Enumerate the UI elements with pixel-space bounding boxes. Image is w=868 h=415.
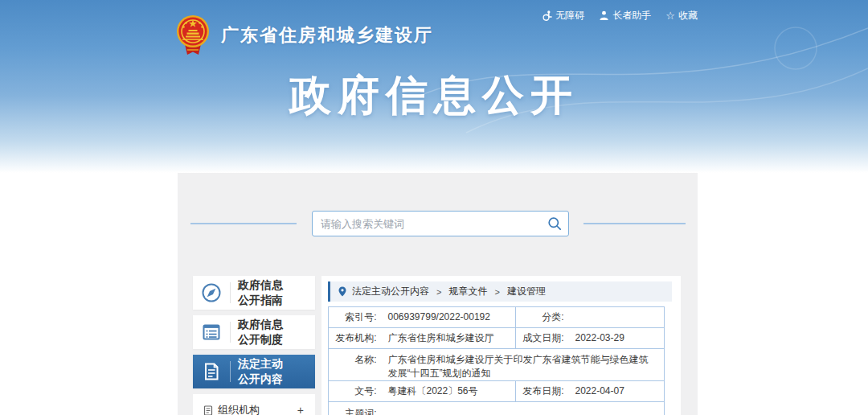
page-icon	[203, 405, 213, 415]
category-label: 分类:	[516, 307, 569, 328]
document-detail-table: 索引号: 006939799/2022-00192 分类: 发布机构: 广东省住…	[328, 306, 665, 415]
subitem-label: 组织机构	[218, 403, 260, 415]
table-row-agency: 发布机构: 广东省住房和城乡建设厅 成文日期: 2022-03-29	[329, 328, 665, 349]
site-brand[interactable]: 广东省住房和城乡建设厅	[175, 14, 433, 56]
expand-plus-icon[interactable]: +	[297, 404, 304, 415]
name-label: 名称:	[329, 349, 382, 381]
search-input[interactable]	[313, 212, 541, 236]
breadcrumb-item-statutory[interactable]: 法定主动公开内容	[352, 285, 429, 298]
sidebar-item-label: 法定主动 公开内容	[231, 356, 283, 387]
breadcrumb-separator: >	[436, 287, 441, 297]
favorite-link[interactable]: ☆ 收藏	[665, 9, 698, 23]
star-icon: ☆	[665, 10, 675, 21]
pub-date-label: 发布日期:	[516, 381, 569, 402]
accessibility-icon	[542, 10, 552, 21]
page-header: 无障碍 长者助手 ☆ 收藏	[0, 0, 868, 173]
sidebar-item-disclosure-guide[interactable]: 政府信息 公开指南	[193, 276, 315, 310]
breadcrumb-item-regulations[interactable]: 规章文件	[448, 285, 487, 298]
sidebar-item-label: 政府信息 公开指南	[231, 277, 283, 308]
accessibility-link[interactable]: 无障碍	[542, 9, 584, 23]
agency-label: 发布机构:	[329, 328, 382, 349]
sidebar-label-line1: 政府信息	[238, 278, 283, 291]
sidebar-subitem-organization[interactable]: 组织机构 +	[193, 394, 315, 415]
sidebar-item-label: 政府信息 公开制度	[231, 317, 283, 347]
sidebar-item-disclosure-system[interactable]: 政府信息 公开制度	[193, 315, 315, 349]
table-row-index: 索引号: 006939799/2022-00192 分类:	[329, 307, 665, 328]
national-emblem-logo	[175, 14, 211, 56]
site-name: 广东省住房和城乡建设厅	[221, 23, 433, 47]
agency-value: 广东省住房和城乡建设厅	[382, 328, 516, 349]
compass-icon	[193, 282, 230, 303]
sidebar-label-line1: 政府信息	[238, 318, 283, 331]
sidebar-item-statutory-disclosure[interactable]: 法定主动 公开内容	[193, 355, 315, 388]
table-row-subject: 主题词:	[329, 402, 665, 415]
accessibility-label: 无障碍	[555, 9, 584, 23]
search-divider-right	[583, 223, 686, 224]
doc-no-label: 文号:	[329, 381, 382, 402]
index-label: 索引号:	[329, 307, 382, 328]
breadcrumb: 法定主动公开内容 > 规章文件 > 建设管理	[328, 281, 672, 302]
date-written-label: 成文日期:	[516, 328, 569, 349]
breadcrumb-item-construction[interactable]: 建设管理	[507, 285, 546, 298]
subject-label: 主题词:	[329, 402, 382, 415]
search-divider-left	[190, 223, 297, 224]
elder-helper-label: 长者助手	[612, 9, 651, 23]
elder-helper-icon	[599, 10, 609, 21]
page-title: 政府信息公开	[0, 68, 868, 124]
pub-date-value: 2022-04-07	[569, 381, 665, 402]
name-value: 广东省住房和城乡建设厅关于印发广东省建筑节能与绿色建筑发展“十四五”规划的通知	[382, 349, 665, 381]
table-row-name: 名称: 广东省住房和城乡建设厅关于印发广东省建筑节能与绿色建筑发展“十四五”规划…	[329, 349, 665, 381]
sidebar-label-line1: 法定主动	[238, 357, 283, 370]
table-row-docno: 文号: 粤建科〔2022〕56号 发布日期: 2022-04-07	[329, 381, 665, 402]
category-value	[569, 307, 665, 328]
doc-no-value: 粤建科〔2022〕56号	[382, 381, 516, 402]
breadcrumb-separator: >	[494, 287, 499, 297]
sidebar-label-line2: 公开制度	[238, 333, 283, 346]
index-value: 006939799/2022-00192	[382, 307, 516, 328]
search-button[interactable]	[541, 212, 568, 236]
sidebar-label-line2: 公开指南	[238, 294, 283, 306]
document-icon	[193, 361, 230, 382]
date-written-value: 2022-03-29	[569, 328, 665, 349]
search-icon	[547, 216, 562, 231]
location-pin-icon	[338, 286, 346, 297]
subject-value	[382, 402, 665, 415]
list-icon	[193, 322, 230, 343]
elder-helper-link[interactable]: 长者助手	[599, 9, 651, 23]
sidebar-label-line2: 公开内容	[238, 372, 283, 385]
topbar: 无障碍 长者助手 ☆ 收藏	[542, 9, 698, 23]
search-bar	[312, 211, 569, 236]
favorite-label: 收藏	[678, 9, 698, 23]
